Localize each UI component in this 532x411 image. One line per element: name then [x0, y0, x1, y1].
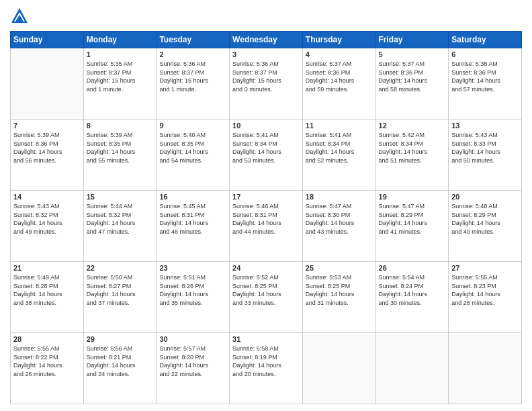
- calendar-cell: 2Sunrise: 5:36 AM Sunset: 8:37 PM Daylig…: [157, 48, 230, 120]
- calendar-cell: 17Sunrise: 5:46 AM Sunset: 8:31 PM Dayli…: [230, 191, 303, 262]
- calendar-cell: 4Sunrise: 5:37 AM Sunset: 8:36 PM Daylig…: [302, 48, 375, 120]
- day-info: Sunrise: 5:39 AM Sunset: 8:35 PM Dayligh…: [87, 131, 154, 165]
- calendar-cell: 30Sunrise: 5:57 AM Sunset: 8:20 PM Dayli…: [157, 333, 230, 404]
- day-info: Sunrise: 5:46 AM Sunset: 8:31 PM Dayligh…: [232, 202, 300, 236]
- day-info: Sunrise: 5:52 AM Sunset: 8:25 PM Dayligh…: [232, 273, 300, 307]
- calendar-cell: [302, 333, 375, 404]
- day-number: 16: [159, 193, 226, 201]
- calendar-cell: 6Sunrise: 5:38 AM Sunset: 8:36 PM Daylig…: [449, 48, 522, 120]
- day-info: Sunrise: 5:56 AM Sunset: 8:21 PM Dayligh…: [87, 345, 154, 378]
- calendar-week-row: 14Sunrise: 5:43 AM Sunset: 8:32 PM Dayli…: [11, 191, 522, 262]
- day-info: Sunrise: 5:41 AM Sunset: 8:34 PM Dayligh…: [306, 131, 373, 165]
- day-number: 11: [306, 122, 373, 130]
- day-info: Sunrise: 5:51 AM Sunset: 8:26 PM Dayligh…: [159, 273, 226, 307]
- calendar-weekday-thursday: Thursday: [302, 32, 375, 48]
- calendar-cell: 5Sunrise: 5:37 AM Sunset: 8:36 PM Daylig…: [375, 48, 449, 120]
- calendar-weekday-saturday: Saturday: [449, 32, 522, 48]
- calendar-cell: 8Sunrise: 5:39 AM Sunset: 8:35 PM Daylig…: [83, 120, 157, 191]
- day-info: Sunrise: 5:57 AM Sunset: 8:20 PM Dayligh…: [159, 345, 226, 378]
- calendar-cell: 18Sunrise: 5:47 AM Sunset: 8:30 PM Dayli…: [302, 191, 375, 262]
- day-number: 3: [232, 50, 300, 58]
- day-number: 1: [87, 50, 154, 58]
- day-number: 25: [306, 264, 373, 272]
- calendar-cell: 14Sunrise: 5:43 AM Sunset: 8:32 PM Dayli…: [11, 191, 84, 262]
- day-info: Sunrise: 5:41 AM Sunset: 8:34 PM Dayligh…: [232, 131, 300, 165]
- day-info: Sunrise: 5:55 AM Sunset: 8:22 PM Dayligh…: [13, 345, 81, 378]
- calendar-cell: 21Sunrise: 5:49 AM Sunset: 8:28 PM Dayli…: [11, 262, 84, 333]
- calendar-week-row: 28Sunrise: 5:55 AM Sunset: 8:22 PM Dayli…: [11, 333, 522, 404]
- day-number: 9: [159, 122, 226, 130]
- day-number: 12: [379, 122, 446, 130]
- calendar-weekday-sunday: Sunday: [11, 32, 84, 48]
- day-info: Sunrise: 5:40 AM Sunset: 8:35 PM Dayligh…: [159, 131, 226, 165]
- day-info: Sunrise: 5:44 AM Sunset: 8:32 PM Dayligh…: [87, 202, 154, 236]
- calendar-cell: 23Sunrise: 5:51 AM Sunset: 8:26 PM Dayli…: [157, 262, 230, 333]
- calendar-cell: [11, 48, 84, 120]
- day-info: Sunrise: 5:55 AM Sunset: 8:23 PM Dayligh…: [451, 273, 519, 307]
- day-info: Sunrise: 5:47 AM Sunset: 8:30 PM Dayligh…: [306, 202, 373, 236]
- calendar-cell: 15Sunrise: 5:44 AM Sunset: 8:32 PM Dayli…: [83, 191, 157, 262]
- calendar-cell: 26Sunrise: 5:54 AM Sunset: 8:24 PM Dayli…: [375, 262, 449, 333]
- day-info: Sunrise: 5:50 AM Sunset: 8:27 PM Dayligh…: [87, 273, 154, 307]
- calendar-cell: 11Sunrise: 5:41 AM Sunset: 8:34 PM Dayli…: [302, 120, 375, 191]
- day-number: 31: [232, 335, 300, 343]
- calendar-cell: [449, 333, 522, 404]
- day-number: 17: [232, 193, 300, 201]
- day-info: Sunrise: 5:43 AM Sunset: 8:32 PM Dayligh…: [13, 202, 81, 236]
- calendar-table: SundayMondayTuesdayWednesdayThursdayFrid…: [10, 31, 522, 404]
- day-number: 15: [87, 193, 154, 201]
- calendar-week-row: 21Sunrise: 5:49 AM Sunset: 8:28 PM Dayli…: [11, 262, 522, 333]
- day-number: 18: [306, 193, 373, 201]
- logo: [10, 7, 32, 26]
- day-number: 7: [13, 122, 81, 130]
- day-number: 13: [451, 122, 519, 130]
- day-info: Sunrise: 5:36 AM Sunset: 8:37 PM Dayligh…: [232, 60, 300, 93]
- day-number: 4: [306, 50, 373, 58]
- calendar-week-row: 7Sunrise: 5:39 AM Sunset: 8:36 PM Daylig…: [11, 120, 522, 191]
- day-number: 10: [232, 122, 300, 130]
- day-number: 6: [451, 50, 519, 58]
- day-number: 22: [87, 264, 154, 272]
- calendar-cell: 25Sunrise: 5:53 AM Sunset: 8:25 PM Dayli…: [302, 262, 375, 333]
- calendar-weekday-tuesday: Tuesday: [157, 32, 230, 48]
- calendar-cell: 20Sunrise: 5:48 AM Sunset: 8:29 PM Dayli…: [449, 191, 522, 262]
- day-info: Sunrise: 5:37 AM Sunset: 8:36 PM Dayligh…: [379, 60, 446, 93]
- day-info: Sunrise: 5:48 AM Sunset: 8:29 PM Dayligh…: [451, 202, 519, 236]
- page: SundayMondayTuesdayWednesdayThursdayFrid…: [0, 0, 532, 411]
- day-number: 29: [87, 335, 154, 343]
- day-info: Sunrise: 5:43 AM Sunset: 8:33 PM Dayligh…: [451, 131, 519, 165]
- calendar-cell: 19Sunrise: 5:47 AM Sunset: 8:29 PM Dayli…: [375, 191, 449, 262]
- calendar-week-row: 1Sunrise: 5:35 AM Sunset: 8:37 PM Daylig…: [11, 48, 522, 120]
- day-number: 8: [87, 122, 154, 130]
- day-number: 2: [159, 50, 226, 58]
- calendar-cell: 29Sunrise: 5:56 AM Sunset: 8:21 PM Dayli…: [83, 333, 157, 404]
- calendar-cell: 27Sunrise: 5:55 AM Sunset: 8:23 PM Dayli…: [449, 262, 522, 333]
- calendar-cell: 10Sunrise: 5:41 AM Sunset: 8:34 PM Dayli…: [230, 120, 303, 191]
- calendar-cell: 22Sunrise: 5:50 AM Sunset: 8:27 PM Dayli…: [83, 262, 157, 333]
- day-info: Sunrise: 5:54 AM Sunset: 8:24 PM Dayligh…: [379, 273, 446, 307]
- day-info: Sunrise: 5:58 AM Sunset: 8:19 PM Dayligh…: [232, 345, 300, 378]
- calendar-header-row: SundayMondayTuesdayWednesdayThursdayFrid…: [11, 32, 522, 48]
- day-number: 26: [379, 264, 446, 272]
- day-info: Sunrise: 5:53 AM Sunset: 8:25 PM Dayligh…: [306, 273, 373, 307]
- day-info: Sunrise: 5:35 AM Sunset: 8:37 PM Dayligh…: [87, 60, 154, 93]
- calendar-cell: 1Sunrise: 5:35 AM Sunset: 8:37 PM Daylig…: [83, 48, 157, 120]
- calendar-cell: 31Sunrise: 5:58 AM Sunset: 8:19 PM Dayli…: [230, 333, 303, 404]
- day-number: 19: [379, 193, 446, 201]
- day-number: 14: [13, 193, 81, 201]
- calendar-cell: 3Sunrise: 5:36 AM Sunset: 8:37 PM Daylig…: [230, 48, 303, 120]
- day-info: Sunrise: 5:39 AM Sunset: 8:36 PM Dayligh…: [13, 131, 81, 165]
- day-number: 30: [159, 335, 226, 343]
- day-info: Sunrise: 5:47 AM Sunset: 8:29 PM Dayligh…: [379, 202, 446, 236]
- calendar-weekday-friday: Friday: [375, 32, 449, 48]
- day-number: 5: [379, 50, 446, 58]
- calendar-cell: 12Sunrise: 5:42 AM Sunset: 8:34 PM Dayli…: [375, 120, 449, 191]
- day-info: Sunrise: 5:36 AM Sunset: 8:37 PM Dayligh…: [159, 60, 226, 93]
- day-info: Sunrise: 5:37 AM Sunset: 8:36 PM Dayligh…: [306, 60, 373, 93]
- day-number: 28: [13, 335, 81, 343]
- calendar-cell: 16Sunrise: 5:45 AM Sunset: 8:31 PM Dayli…: [157, 191, 230, 262]
- day-info: Sunrise: 5:38 AM Sunset: 8:36 PM Dayligh…: [451, 60, 519, 93]
- day-number: 27: [451, 264, 519, 272]
- calendar-cell: [375, 333, 449, 404]
- header: [10, 7, 522, 26]
